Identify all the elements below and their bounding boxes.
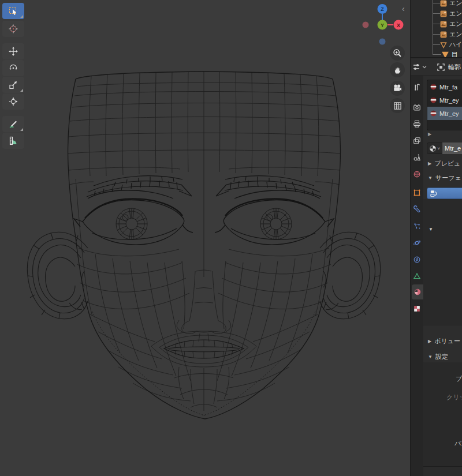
tab-particles[interactable] bbox=[411, 219, 423, 234]
tab-object[interactable] bbox=[411, 185, 423, 200]
tool-move-button[interactable] bbox=[2, 43, 24, 59]
right-panel-region: エン エン エン bbox=[410, 0, 462, 476]
outliner-item-label: エン bbox=[449, 0, 462, 8]
image-icon bbox=[440, 0, 447, 7]
particles-icon bbox=[413, 222, 421, 230]
object-breadcrumb-icon bbox=[437, 63, 445, 72]
tab-constraints[interactable] bbox=[411, 252, 423, 267]
outliner[interactable]: エン エン エン bbox=[411, 0, 462, 58]
use-nodes-button[interactable] bbox=[427, 188, 462, 199]
material-slot-name: Mtr_ey bbox=[439, 110, 459, 117]
tool-rotate-button[interactable] bbox=[2, 60, 24, 76]
tab-texture[interactable] bbox=[411, 301, 423, 316]
outliner-item-label: エン bbox=[449, 9, 462, 18]
tab-object-data[interactable] bbox=[411, 269, 423, 284]
material-slot-list[interactable]: Mtr_fa Mtr_ey Mtr_ey bbox=[427, 80, 462, 130]
panel-header-preview[interactable]: ▶ プレビュ bbox=[428, 159, 460, 168]
camera-icon bbox=[393, 84, 402, 93]
outliner-item-label: エン bbox=[449, 20, 462, 28]
3d-viewport[interactable]: Z Y X ‹ bbox=[0, 0, 410, 476]
view-layer-icon bbox=[413, 137, 421, 145]
outliner-row[interactable]: エン bbox=[411, 0, 462, 8]
svg-text:Y: Y bbox=[381, 23, 384, 28]
material-sphere-icon bbox=[430, 96, 437, 104]
tab-view-layer[interactable] bbox=[411, 133, 423, 148]
expanded-arrow-icon: ▼ bbox=[428, 175, 433, 181]
physics-icon bbox=[413, 239, 421, 247]
axis-negx-ball[interactable] bbox=[363, 22, 369, 28]
panel-header-surface[interactable]: ▼ サーフェ bbox=[428, 174, 461, 182]
collapsed-arrow-icon: ▶ bbox=[428, 339, 431, 344]
render-icon bbox=[413, 103, 421, 111]
zoom-button[interactable] bbox=[390, 46, 405, 61]
outliner-row[interactable]: エン bbox=[411, 9, 462, 18]
rotate-icon bbox=[9, 63, 18, 73]
material-properties-panel: Mtr_fa Mtr_ey Mtr_ey ▶ bbox=[423, 76, 462, 476]
editor-type-dropdown[interactable] bbox=[412, 62, 427, 72]
tab-tool[interactable] bbox=[411, 80, 423, 95]
outliner-row[interactable]: ハイ bbox=[411, 40, 462, 50]
slot-list-expand-arrow[interactable]: ▶ bbox=[428, 132, 431, 137]
tab-render[interactable] bbox=[411, 100, 423, 115]
mesh-data-icon bbox=[413, 272, 421, 280]
object-icon bbox=[413, 189, 421, 197]
scene-icon bbox=[413, 153, 421, 162]
material-slot-selected[interactable]: Mtr_ey bbox=[427, 107, 462, 120]
mesh-filled-icon bbox=[441, 51, 449, 59]
tab-physics[interactable] bbox=[411, 235, 423, 250]
image-icon bbox=[440, 31, 447, 38]
tool-transform-button[interactable] bbox=[2, 93, 24, 110]
outliner-row-active[interactable]: 目 bbox=[411, 50, 462, 58]
camera-view-button[interactable] bbox=[390, 81, 405, 96]
printer-icon bbox=[413, 120, 421, 128]
outliner-row[interactable]: エン bbox=[411, 19, 462, 29]
expanded-arrow-icon: ▼ bbox=[428, 354, 433, 359]
tab-modifiers[interactable] bbox=[411, 202, 423, 217]
breadcrumb: 輪郭 bbox=[437, 63, 461, 72]
transform-icon bbox=[9, 97, 18, 106]
axis-negz-ball[interactable] bbox=[379, 39, 386, 45]
image-icon bbox=[440, 10, 447, 17]
axis-y-ball[interactable]: Y bbox=[378, 20, 388, 30]
properties-header: 輪郭 bbox=[411, 59, 462, 76]
axis-z-ball[interactable]: Z bbox=[378, 4, 388, 14]
browse-material-button[interactable]: ˅ bbox=[427, 143, 442, 154]
world-icon bbox=[413, 170, 421, 178]
annotate-icon bbox=[9, 119, 18, 129]
axis-x-ball[interactable]: X bbox=[394, 20, 404, 30]
chevron-down-icon bbox=[422, 65, 427, 69]
select-box-icon bbox=[9, 6, 18, 16]
tab-world[interactable] bbox=[411, 167, 423, 182]
tab-output[interactable] bbox=[411, 117, 423, 132]
panel-header-volume[interactable]: ▶ ボリュー bbox=[428, 337, 460, 346]
material-name-field[interactable]: Mtr_e bbox=[442, 143, 462, 154]
tool-measure-button[interactable] bbox=[2, 133, 24, 149]
pan-button[interactable] bbox=[390, 62, 405, 77]
outliner-item-label: 目 bbox=[452, 50, 458, 58]
orthographic-toggle-button[interactable] bbox=[390, 98, 405, 113]
scale-icon bbox=[9, 80, 18, 89]
image-icon bbox=[440, 21, 447, 28]
wireframe-face-mesh[interactable] bbox=[0, 0, 410, 476]
material-slot-name: Mtr_ey bbox=[439, 97, 459, 104]
tool-select-box-button[interactable] bbox=[2, 3, 24, 19]
texture-icon bbox=[413, 305, 421, 313]
material-slot[interactable]: Mtr_fa bbox=[427, 80, 462, 93]
outliner-row[interactable]: エン bbox=[411, 29, 462, 39]
properties-editor-icon bbox=[412, 62, 421, 72]
tool-cursor-button[interactable] bbox=[2, 21, 24, 37]
tab-material-active[interactable] bbox=[412, 284, 423, 299]
surface-sub-arrow[interactable]: ▼ bbox=[429, 227, 433, 232]
blender-window: Z Y X ‹ bbox=[0, 0, 462, 476]
tool-scale-button[interactable] bbox=[2, 77, 24, 93]
pass-index-label: パス bbox=[454, 439, 462, 448]
node-icon bbox=[430, 189, 438, 198]
tool-icon bbox=[413, 84, 421, 92]
material-slot[interactable]: Mtr_ey bbox=[427, 93, 462, 107]
tool-annotate-button[interactable] bbox=[2, 116, 24, 132]
panel-header-settings[interactable]: ▼ 設定 bbox=[428, 353, 448, 361]
wrench-icon bbox=[413, 205, 421, 213]
tab-scene[interactable] bbox=[411, 150, 423, 165]
material-sphere-icon bbox=[430, 110, 437, 117]
sidebar-toggle-arrow[interactable]: ‹ bbox=[402, 5, 405, 13]
